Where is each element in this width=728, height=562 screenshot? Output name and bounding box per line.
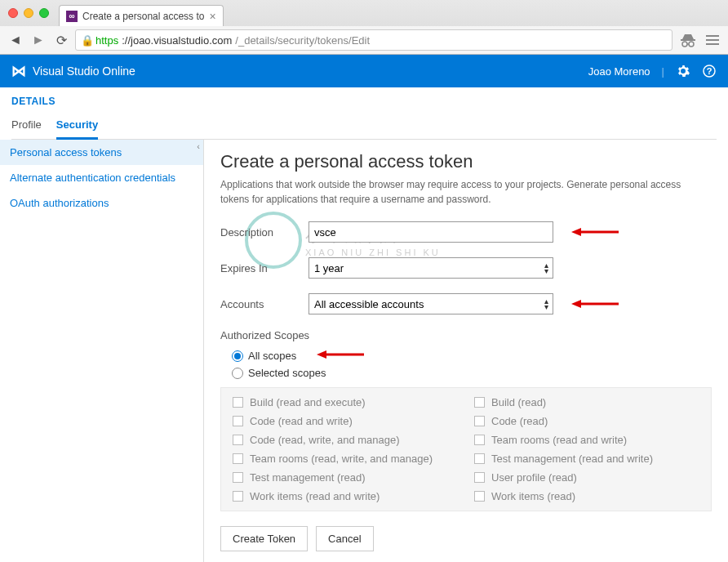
sidebar-item-pat[interactable]: Personal access tokens — [0, 140, 203, 165]
help-icon[interactable]: ? — [702, 64, 717, 78]
brand[interactable]: ⋈ Visual Studio Online — [11, 62, 135, 80]
checkbox-icon — [233, 472, 243, 483]
browser-menu-button[interactable] — [704, 31, 721, 49]
sidebar: ‹ Personal access tokens Alternate authe… — [0, 140, 204, 562]
scope-item: Code (read, write, and manage) — [233, 434, 458, 446]
details-title: DETAILS — [11, 96, 717, 107]
checkbox-icon — [474, 397, 485, 408]
sidebar-item-oauth[interactable]: OAuth authorizations — [0, 190, 203, 216]
checkbox-icon — [474, 491, 485, 502]
close-window-icon[interactable] — [8, 8, 18, 18]
scope-label: Test management (read) — [250, 471, 366, 484]
checkbox-icon — [474, 453, 485, 464]
svg-point-1 — [689, 42, 694, 47]
tab-security[interactable]: Security — [56, 114, 98, 140]
user-name[interactable]: Joao Moreno — [588, 65, 650, 78]
checkbox-icon — [474, 435, 485, 445]
radio-selected-scopes[interactable]: Selected scopes — [220, 367, 712, 379]
scope-label: Build (read) — [491, 396, 546, 408]
gear-icon[interactable] — [676, 64, 690, 78]
browser-tab-bar: Create a personal access to × — [0, 0, 728, 26]
collapse-sidebar-icon[interactable]: ‹ — [197, 141, 200, 151]
browser-tab[interactable]: Create a personal access to × — [59, 5, 224, 26]
scope-label: Code (read, write, and manage) — [250, 434, 400, 446]
url-bar[interactable]: 🔒 https://joao.visualstudio.com/_details… — [75, 29, 673, 51]
expires-label: Expires In — [220, 262, 309, 274]
create-token-button[interactable]: Create Token — [220, 526, 308, 551]
page-subtitle: Applications that work outside the brows… — [220, 177, 712, 207]
incognito-icon — [677, 29, 699, 51]
radio-label: Selected scopes — [248, 367, 326, 379]
scopes-box: Build (read and execute)Build (read)Code… — [220, 387, 712, 511]
scope-label: Test management (read and write) — [491, 453, 653, 465]
checkbox-icon — [474, 416, 485, 426]
tab-profile[interactable]: Profile — [11, 114, 42, 139]
scope-item: Build (read) — [474, 396, 699, 408]
svg-marker-8 — [571, 300, 581, 308]
svg-text:?: ? — [707, 66, 712, 76]
scope-item: Test management (read and write) — [474, 453, 699, 465]
url-protocol: https — [95, 34, 118, 47]
reload-button[interactable]: ⟳ — [52, 31, 70, 49]
scope-item: Code (read) — [474, 415, 699, 427]
maximize-window-icon[interactable] — [39, 8, 49, 18]
sidebar-item-alt-auth[interactable]: Alternate authentication credentials — [0, 165, 203, 190]
annotation-arrow-icon — [571, 297, 620, 310]
scope-label: Work items (read) — [491, 490, 575, 502]
annotation-arrow-icon — [571, 225, 620, 239]
radio-all-scopes[interactable]: All scopes — [220, 350, 712, 362]
accounts-label: Accounts — [220, 298, 309, 310]
checkbox-icon — [233, 491, 243, 502]
brand-text: Visual Studio Online — [33, 65, 135, 78]
page-heading: Create a personal access token — [220, 151, 712, 172]
radio-label: All scopes — [248, 350, 296, 362]
accounts-select[interactable]: All accessible accounts — [309, 293, 553, 314]
window-controls — [8, 8, 49, 18]
scope-item: Work items (read and write) — [233, 490, 458, 502]
details-tabs: Profile Security — [11, 114, 717, 140]
minimize-window-icon[interactable] — [24, 8, 33, 18]
favicon-icon — [66, 11, 78, 22]
url-host: ://joao.visualstudio.com — [122, 34, 232, 47]
scope-label: Team rooms (read, write, and manage) — [250, 453, 433, 465]
svg-marker-6 — [571, 228, 581, 236]
divider: | — [662, 65, 664, 78]
forward-button: ► — [29, 31, 47, 49]
scope-item: Code (read and write) — [233, 415, 458, 427]
scope-item: Work items (read) — [474, 490, 699, 502]
back-button[interactable]: ◄ — [7, 31, 24, 49]
scope-label: Build (read and execute) — [250, 396, 366, 408]
checkbox-icon — [233, 416, 243, 426]
cancel-button[interactable]: Cancel — [316, 526, 373, 551]
app-header: ⋈ Visual Studio Online Joao Moreno | ? — [0, 55, 728, 87]
scope-item: Build (read and execute) — [233, 396, 458, 408]
hamburger-icon — [706, 35, 719, 45]
browser-nav-bar: ◄ ► ⟳ 🔒 https://joao.visualstudio.com/_d… — [0, 26, 728, 54]
scope-item: Test management (read) — [233, 471, 458, 484]
scope-label: Team rooms (read and write) — [491, 434, 627, 446]
scope-item: Team rooms (read and write) — [474, 434, 699, 446]
scope-label: User profile (read) — [491, 471, 577, 484]
annotation-arrow-icon — [317, 348, 366, 364]
checkbox-icon — [233, 397, 243, 408]
description-input[interactable] — [309, 221, 553, 243]
tab-close-icon[interactable]: × — [209, 10, 215, 23]
details-header: DETAILS Profile Security — [0, 87, 728, 140]
main-content: Create a personal access token Applicati… — [204, 140, 728, 562]
svg-marker-10 — [317, 350, 326, 359]
svg-point-0 — [682, 42, 687, 47]
tab-title: Create a personal access to — [82, 11, 204, 22]
checkbox-icon — [233, 453, 243, 464]
checkbox-icon — [474, 472, 485, 483]
scope-item: User profile (read) — [474, 471, 699, 484]
lock-icon: 🔒 — [81, 34, 92, 47]
scope-label: Work items (read and write) — [250, 490, 380, 502]
expires-select[interactable]: 1 year — [309, 257, 553, 279]
checkbox-icon — [233, 435, 243, 445]
scope-item: Team rooms (read, write, and manage) — [233, 453, 458, 465]
scopes-title: Authorized Scopes — [220, 329, 712, 341]
scope-label: Code (read and write) — [250, 415, 353, 427]
url-path: /_details/security/tokens/Edit — [235, 34, 370, 47]
browser-chrome: Create a personal access to × ◄ ► ⟳ 🔒 ht… — [0, 0, 728, 55]
radio-icon — [232, 350, 243, 362]
